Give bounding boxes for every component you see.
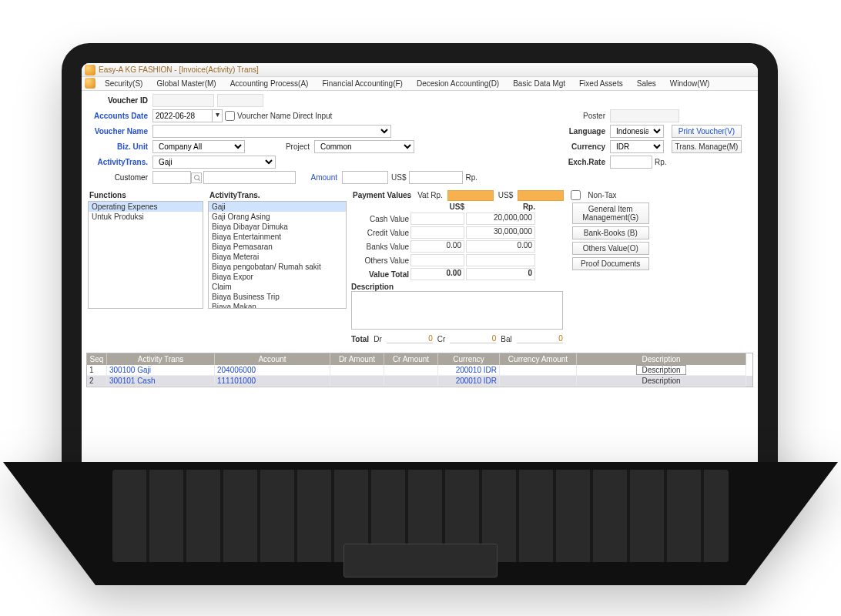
calendar-icon[interactable]: ▾ xyxy=(212,109,223,122)
menu-global-master[interactable]: Global Master(M) xyxy=(150,78,222,89)
description-textarea[interactable] xyxy=(351,291,563,330)
accounts-date-input[interactable] xyxy=(152,109,213,122)
direct-input-label: Vourcher Name Direct Input xyxy=(237,112,332,120)
menu-security[interactable]: Security(S) xyxy=(99,78,149,89)
col-dr-amount[interactable]: Dr Amount xyxy=(330,353,384,365)
banks-value-label: Banks Value xyxy=(351,243,409,251)
general-item-button[interactable]: General Item Management(G) xyxy=(572,203,649,224)
credit-usd[interactable] xyxy=(410,226,464,239)
menu-decision-accounting[interactable]: Decesion Accounting(D) xyxy=(410,78,505,89)
menu-window[interactable]: Window(W) xyxy=(664,78,716,89)
col-description[interactable]: Description xyxy=(577,353,746,365)
menu-accounting-process[interactable]: Accounting Process(A) xyxy=(224,78,315,89)
dr-label: Dr xyxy=(374,335,382,343)
activity-listbox[interactable]: Gaji Gaji Orang Asing Biaya Dibayar Dimu… xyxy=(208,201,347,309)
customer-label: Customer xyxy=(88,173,152,182)
customer-code[interactable] xyxy=(152,171,191,184)
cash-rp[interactable]: 20,000,000 xyxy=(466,213,535,225)
functions-item-1[interactable]: Untuk Produksi xyxy=(89,212,203,222)
activity-item-7[interactable]: Biaya Expor xyxy=(209,272,346,282)
col-cr-amount[interactable]: Cr Amount xyxy=(384,353,438,365)
voucher-name-select[interactable] xyxy=(152,125,391,138)
project-select[interactable]: Common xyxy=(314,140,414,153)
currency-select[interactable]: IDR xyxy=(610,140,664,153)
menu-fixed-assets[interactable]: Fixed Assets xyxy=(573,78,629,89)
menu-basic-data[interactable]: Basic Data Mgt xyxy=(507,78,571,89)
vat-uss-label: US$ xyxy=(498,191,513,199)
accounts-date-label: Accounts Date xyxy=(88,112,152,120)
device-keyboard xyxy=(3,462,838,613)
others-value-button[interactable]: Others Value(O) xyxy=(572,242,649,255)
others-value-label: Others Value xyxy=(351,256,409,265)
row-description-button[interactable]: Description xyxy=(636,365,685,375)
activity-item-6[interactable]: Biaya pengobatan/ Rumah sakit xyxy=(209,262,346,272)
total-rp: 0 xyxy=(466,268,535,280)
col-account[interactable]: Account xyxy=(215,353,330,365)
direct-input-checkbox[interactable] xyxy=(225,111,235,121)
language-select[interactable]: Indonesia xyxy=(610,125,664,138)
col-uss: US$ xyxy=(410,203,464,211)
col-currency-amount[interactable]: Currency Amount xyxy=(500,353,577,365)
voucher-id-input2[interactable] xyxy=(217,94,263,107)
bank-books-button[interactable]: Bank-Books (B) xyxy=(572,226,649,239)
menu-financial-accounting[interactable]: Financial Accounting(F) xyxy=(316,78,409,89)
cr-label: Cr xyxy=(437,335,446,343)
functions-item-0[interactable]: Operating Expenes xyxy=(89,202,203,212)
voucher-id-input[interactable] xyxy=(152,94,214,107)
poster-input[interactable] xyxy=(610,109,679,122)
cash-usd[interactable] xyxy=(410,213,464,225)
functions-listbox[interactable]: Operating Expenes Untuk Produksi xyxy=(88,201,203,309)
search-icon[interactable] xyxy=(191,172,202,183)
activity-item-1[interactable]: Gaji Orang Asing xyxy=(209,212,346,222)
biz-unit-label: Biz. Unit xyxy=(88,142,152,151)
total-usd: 0.00 xyxy=(410,268,464,280)
col-activity-trans[interactable]: Activity Trans xyxy=(107,353,215,365)
amount-rp-input[interactable] xyxy=(409,171,463,184)
proof-documents-button[interactable]: Proof Documents xyxy=(572,257,649,270)
non-tax-checkbox[interactable] xyxy=(571,190,581,200)
col-seq[interactable]: Seq xyxy=(87,353,107,365)
activity-item-9[interactable]: Biaya Business Trip xyxy=(209,292,346,302)
activity-item-8[interactable]: Claim xyxy=(209,282,346,292)
menu-sales[interactable]: Sales xyxy=(631,78,662,89)
value-total-label: Value Total xyxy=(351,270,409,279)
activity-item-5[interactable]: Biaya Meterai xyxy=(209,252,346,262)
total-dr: 0 xyxy=(387,334,433,343)
print-voucher-button[interactable]: Print Voucher(V) xyxy=(672,125,742,138)
trans-manage-button[interactable]: Trans. Manage(M) xyxy=(672,140,742,153)
amount-input[interactable] xyxy=(342,171,388,184)
others-rp[interactable] xyxy=(466,254,535,266)
customer-name[interactable] xyxy=(203,171,296,184)
exch-rate-input[interactable] xyxy=(610,156,652,169)
cash-value-label: Cash Value xyxy=(351,215,409,223)
activity-trans-header: ActivityTrans. xyxy=(208,189,347,201)
activity-item-3[interactable]: Biaya Entertainment xyxy=(209,232,346,242)
activity-item-2[interactable]: Biaya Dibayar Dimuka xyxy=(209,222,346,232)
payment-values-header: Payment Values xyxy=(351,189,413,201)
total-label: Total xyxy=(351,335,369,343)
col-currency[interactable]: Currency xyxy=(438,353,500,365)
banks-rp[interactable]: 0.00 xyxy=(466,240,535,253)
exch-rate-rp-label: Rp. xyxy=(655,158,667,166)
vat-uss-bar xyxy=(518,190,564,201)
table-row[interactable]: 2 300101 Cash 111101000 200010 IDR Descr… xyxy=(87,376,752,387)
activity-item-10[interactable]: Biaya Makan xyxy=(209,302,346,309)
functions-header: Functions xyxy=(88,189,203,201)
banks-usd[interactable]: 0.00 xyxy=(410,240,464,253)
table-row[interactable]: 1 300100 Gaji 204006000 200010 IDR Descr… xyxy=(87,365,752,376)
window-title: Easy-A KG FASHION - [Invoice(Activity) T… xyxy=(99,65,259,74)
bal-label: Bal xyxy=(501,335,511,343)
credit-rp[interactable]: 30,000,000 xyxy=(466,226,535,239)
menubar-icon xyxy=(85,78,95,89)
currency-label: Currency xyxy=(564,142,610,151)
activity-item-0[interactable]: Gaji xyxy=(209,202,346,212)
others-usd[interactable] xyxy=(410,254,464,266)
amount-rp-label: Rp. xyxy=(465,173,477,182)
vat-rp-bar xyxy=(447,190,494,201)
amount-uss-label: US$ xyxy=(391,173,406,182)
transactions-grid[interactable]: Seq Activity Trans Account Dr Amount Cr … xyxy=(86,353,753,387)
activity-trans-select[interactable]: Gaji xyxy=(152,156,276,169)
biz-unit-select[interactable]: Company All xyxy=(152,140,245,153)
vat-rp-label: Vat Rp. xyxy=(417,191,443,199)
activity-item-4[interactable]: Biaya Pemasaran xyxy=(209,242,346,252)
